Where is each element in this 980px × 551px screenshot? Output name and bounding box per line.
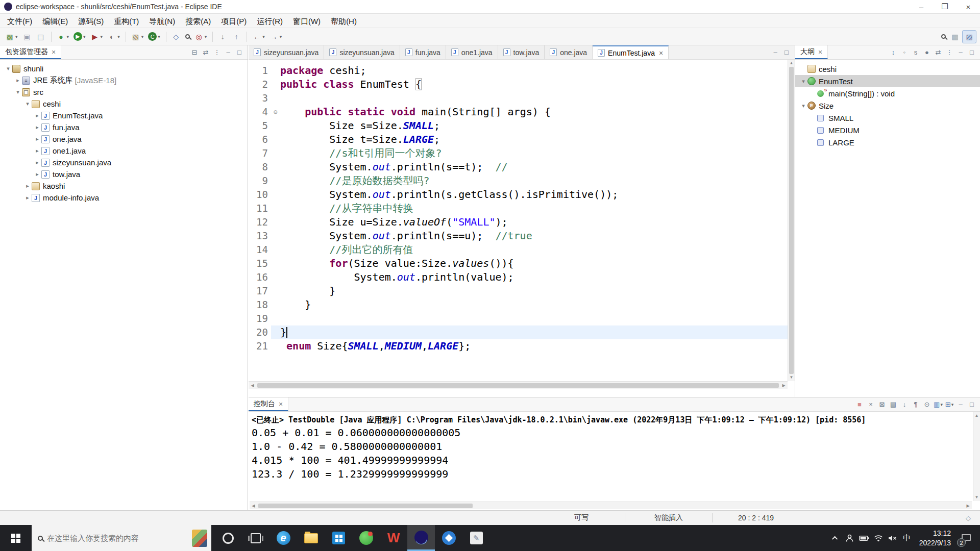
line-number[interactable]: 16 (249, 270, 271, 284)
code-line[interactable]: 6 Size t=Size.LARGE; (249, 133, 788, 146)
clear-console-button[interactable]: ▤ (888, 399, 898, 410)
remove-all-terminated-button[interactable]: ⊠ (877, 399, 887, 410)
line-number[interactable]: 10 (249, 188, 271, 202)
scroll-left-icon[interactable]: ◀ (249, 383, 256, 388)
terminate-button[interactable]: ■ (854, 399, 865, 410)
scrollbar-thumb[interactable] (789, 67, 794, 374)
outline-item-main(String[]) : void[interactable]: main(String[]) : void (795, 87, 980, 99)
chevron-collapsed-icon[interactable]: ▸ (33, 124, 41, 131)
chevron-collapsed-icon[interactable]: ▸ (33, 147, 41, 154)
line-number[interactable]: 20 (249, 325, 271, 339)
close-icon[interactable]: × (818, 48, 822, 56)
scroll-right-icon[interactable]: ▶ (780, 383, 788, 388)
editor-tab-fun.java[interactable]: Jfun.java (400, 45, 446, 59)
chevron-collapsed-icon[interactable]: ▸ (33, 159, 41, 166)
line-number[interactable]: 6 (249, 133, 271, 146)
outline-item-MEDIUM[interactable]: MEDIUM (795, 124, 980, 136)
maximize-button[interactable]: □ (967, 47, 977, 58)
taskbar-app-cortana[interactable] (214, 525, 242, 551)
print-button[interactable]: ▤ (34, 31, 47, 43)
open-console-button[interactable]: ⊞▾ (944, 399, 954, 410)
line-number[interactable]: 4 (249, 105, 271, 119)
chevron-expanded-icon[interactable]: ▾ (799, 103, 807, 109)
taskbar-app-gray-app[interactable]: ✎ (462, 525, 490, 551)
explorer-item-src[interactable]: ▾src (0, 86, 248, 98)
taskbar-app-wps[interactable]: W (380, 525, 407, 551)
minimize-button[interactable]: – (770, 47, 780, 58)
maximize-button[interactable]: □ (781, 47, 792, 58)
chevron-expanded-icon[interactable]: ▾ (4, 65, 12, 72)
explorer-item-kaoshi[interactable]: ▸kaoshi (0, 180, 248, 192)
debug-button[interactable]: ●▾ (55, 31, 71, 43)
external-tools-button[interactable]: ◎▾ (192, 31, 209, 43)
line-number[interactable]: 13 (249, 229, 271, 243)
explorer-item-one1.java[interactable]: ▸Jone1.java (0, 145, 248, 157)
taskbar-app-task-view[interactable] (242, 525, 270, 551)
explorer-item-sizeyunsuan.java[interactable]: ▸Jsizeyunsuan.java (0, 157, 248, 168)
taskbar-app-file-explorer[interactable] (297, 525, 325, 551)
java-perspective-button[interactable]: ▨ (962, 30, 976, 43)
editor-horizontal-scrollbar[interactable]: ◀ ▶ (249, 381, 788, 389)
scrollbar-thumb[interactable] (257, 383, 779, 388)
console-tab[interactable]: 控制台 × (249, 397, 288, 411)
code-line[interactable]: 9 //是原始数据类型吗? (249, 174, 788, 188)
chevron-expanded-icon[interactable]: ▾ (23, 101, 32, 107)
editor-tab-one.java[interactable]: Jone.java (545, 45, 593, 59)
remove-launch-button[interactable]: × (866, 399, 876, 410)
code-line[interactable]: 7 //s和t引用同一个对象? (249, 146, 788, 160)
word-wrap-button[interactable]: ¶ (911, 399, 921, 410)
menu-item[interactable]: 重构(T) (109, 14, 144, 28)
taskbar-app-green-app[interactable] (352, 525, 380, 551)
scroll-left-icon[interactable]: ◀ (250, 504, 257, 508)
line-number[interactable]: 19 (249, 312, 271, 325)
link-with-editor-button[interactable]: ⇄ (201, 47, 211, 58)
code-line[interactable]: 5 Size s=Size.SMALL; (249, 119, 788, 133)
chevron-collapsed-icon[interactable]: ▸ (33, 136, 41, 142)
chevron-expanded-icon[interactable]: ▾ (14, 89, 22, 95)
start-button[interactable] (0, 525, 32, 551)
line-number[interactable]: 8 (249, 160, 271, 174)
new-wizard-button[interactable]: ▩▾ (3, 31, 20, 43)
console-vertical-scrollbar[interactable]: ▲ ▼ (973, 412, 980, 501)
scroll-up-icon[interactable]: ▲ (973, 412, 980, 419)
chevron-expanded-icon[interactable]: ▾ (799, 78, 807, 85)
chevron-collapsed-icon[interactable]: ▸ (23, 183, 32, 189)
window-close-button[interactable]: × (957, 0, 980, 13)
line-number[interactable]: 17 (249, 284, 271, 298)
line-number[interactable]: 1 (249, 64, 271, 78)
profile-button[interactable]: ◐▾ (105, 31, 122, 43)
chevron-collapsed-icon[interactable]: ▸ (33, 112, 41, 119)
explorer-item-one.java[interactable]: ▸Jone.java (0, 133, 248, 145)
search-input[interactable] (47, 534, 192, 542)
menu-item[interactable]: 项目(P) (216, 14, 252, 28)
display-selected-console-button[interactable]: ▥▾ (933, 399, 943, 410)
chevron-collapsed-icon[interactable]: ▸ (33, 171, 41, 178)
sort-button[interactable]: ↕ (888, 47, 898, 58)
line-number[interactable]: 11 (249, 202, 271, 215)
maximize-button[interactable]: □ (967, 399, 977, 410)
window-maximize-button[interactable]: ❐ (933, 0, 957, 13)
editor-tab-one1.java[interactable]: Jone1.java (446, 45, 498, 59)
outline-item-Size[interactable]: ▾ESize (795, 99, 980, 112)
battery-icon[interactable] (857, 525, 871, 551)
code-line[interactable]: 8 System.out.println(s==t); // (249, 160, 788, 174)
code-line[interactable]: 14 //列出它的所有值 (249, 243, 788, 257)
new-java-class-button[interactable]: C▾ (146, 31, 162, 42)
window-minimize-button[interactable]: – (910, 0, 933, 13)
save-button[interactable]: ▣ (20, 31, 34, 43)
menu-item[interactable]: 导航(N) (144, 14, 180, 28)
hide-non-public-button[interactable]: ● (922, 47, 932, 58)
search-highlight-image[interactable] (192, 530, 207, 547)
code-line[interactable]: 17 } (249, 284, 788, 298)
tray-person-icon[interactable] (843, 525, 857, 551)
ime-indicator[interactable]: 中 (900, 525, 914, 551)
explorer-item-JRE 系统库[interactable]: ▸≡JRE 系统库[JavaSE-18] (0, 74, 248, 86)
taskbar-clock[interactable]: 13:122022/9/13 (914, 525, 956, 551)
close-icon[interactable]: × (659, 49, 663, 57)
close-icon[interactable]: × (52, 48, 56, 56)
code-line[interactable]: 12 Size u=Size.valueOf("SMALL"); (249, 215, 788, 229)
menu-item[interactable]: 运行(R) (252, 14, 288, 28)
collapse-all-button[interactable]: ⊟ (189, 47, 200, 58)
editor-tab-EnumTest.java[interactable]: JEnumTest.java× (593, 45, 669, 59)
quick-search-button[interactable] (939, 33, 948, 40)
